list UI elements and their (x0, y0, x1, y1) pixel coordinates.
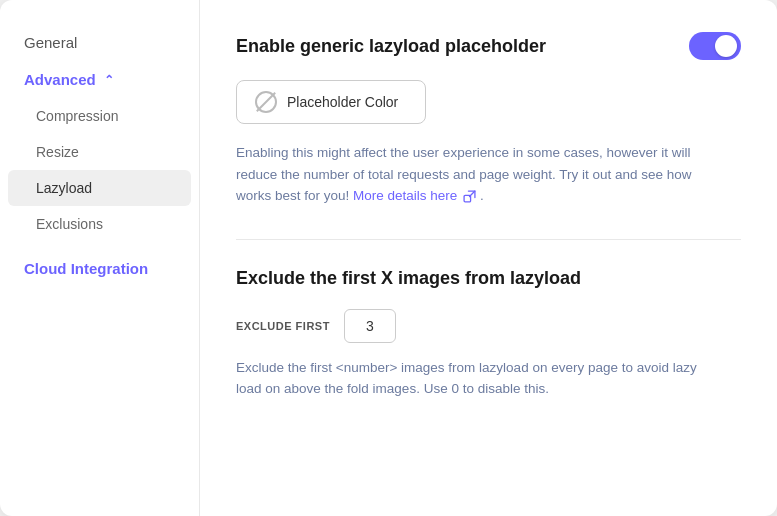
section1-title: Enable generic lazyload placeholder (236, 36, 546, 57)
sidebar-item-advanced[interactable]: Advanced ⌃ (0, 61, 199, 98)
lazyload-toggle[interactable] (689, 32, 741, 60)
exclude-first-label: EXCLUDE FIRST (236, 320, 330, 332)
sidebar-item-compression-label: Compression (36, 108, 118, 124)
section2-description: Exclude the first <number> images from l… (236, 357, 716, 400)
section1-description: Enabling this might affect the user expe… (236, 142, 716, 207)
section2-header: Exclude the first X images from lazyload (236, 268, 741, 289)
sidebar-item-cloud-label: Cloud Integration (24, 260, 148, 277)
external-link-icon (463, 190, 476, 203)
sidebar-item-lazyload-label: Lazyload (36, 180, 92, 196)
sidebar-item-resize-label: Resize (36, 144, 79, 160)
sidebar-item-cloud[interactable]: Cloud Integration (0, 250, 199, 287)
sidebar-item-compression[interactable]: Compression (0, 98, 199, 134)
exclude-section: Exclude the first X images from lazyload… (236, 268, 741, 400)
sidebar-item-general-label: General (24, 34, 77, 51)
exclude-first-input[interactable] (344, 309, 396, 343)
link-suffix: . (480, 188, 484, 203)
section2-title: Exclude the first X images from lazyload (236, 268, 581, 289)
more-details-link-text: More details here (353, 188, 457, 203)
main-content: Enable generic lazyload placeholder Plac… (200, 0, 777, 516)
sidebar-item-resize[interactable]: Resize (0, 134, 199, 170)
placeholder-color-label: Placeholder Color (287, 94, 398, 110)
settings-card: General Advanced ⌃ Compression Resize La… (0, 0, 777, 516)
sidebar-item-exclusions[interactable]: Exclusions (0, 206, 199, 242)
sidebar-item-lazyload[interactable]: Lazyload (8, 170, 191, 206)
sidebar-item-general[interactable]: General (0, 24, 199, 61)
sidebar-item-exclusions-label: Exclusions (36, 216, 103, 232)
chevron-up-icon: ⌃ (104, 73, 114, 87)
section1-header: Enable generic lazyload placeholder (236, 32, 741, 60)
lazyload-section: Enable generic lazyload placeholder Plac… (236, 32, 741, 207)
exclude-row: EXCLUDE FIRST (236, 309, 741, 343)
slash-circle-icon (255, 91, 277, 113)
toggle-track (689, 32, 741, 60)
sidebar: General Advanced ⌃ Compression Resize La… (0, 0, 200, 516)
section-divider (236, 239, 741, 240)
placeholder-color-button[interactable]: Placeholder Color (236, 80, 426, 124)
sidebar-item-advanced-label: Advanced (24, 71, 96, 88)
more-details-link[interactable]: More details here (353, 188, 480, 203)
toggle-thumb (715, 35, 737, 57)
